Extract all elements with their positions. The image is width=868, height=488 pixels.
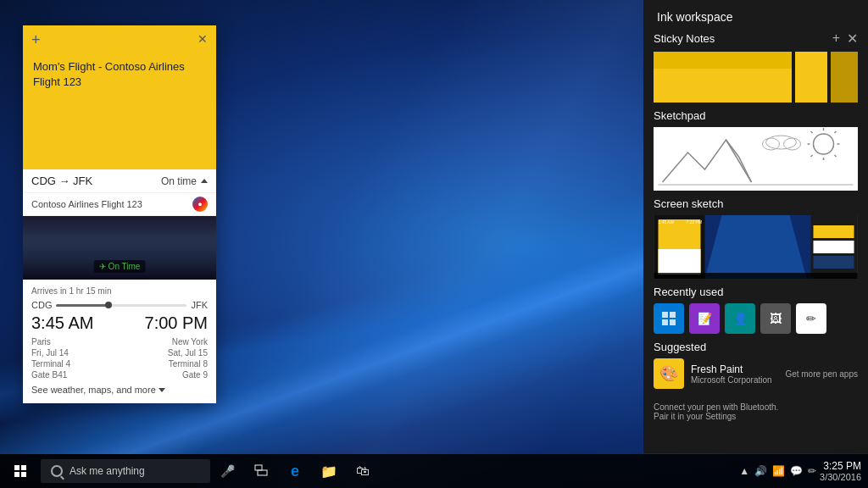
recently-used-header: Recently used	[654, 286, 858, 298]
progress-fill	[56, 304, 108, 307]
recent-app-3[interactable]: 👤	[725, 303, 755, 334]
sticky-note-main[interactable]	[654, 52, 792, 103]
suggested-label: Suggested	[654, 341, 706, 353]
cortana-mic-button[interactable]: 🎤	[210, 454, 244, 488]
svg-rect-16	[659, 249, 701, 274]
action-center-icon[interactable]: 💬	[790, 465, 803, 477]
svg-line-6	[811, 155, 813, 157]
svg-point-11	[763, 138, 780, 150]
mic-icon: 🎤	[220, 464, 235, 478]
screen-sketch-svg: 1:45 AM 7:22 PM	[654, 215, 858, 279]
screen-sketch-section: Screen sketch 1:45 AM 7	[643, 197, 868, 286]
sticky-notes-close-btn[interactable]: ✕	[847, 30, 858, 47]
svg-rect-29	[255, 465, 262, 470]
start-button[interactable]	[0, 454, 41, 488]
recently-used-icons: 📝 👤 🖼 ✏	[654, 303, 858, 334]
add-button[interactable]: +	[31, 32, 41, 47]
to-code: JFK	[191, 300, 208, 310]
chevron-tray-icon[interactable]: ▲	[739, 465, 749, 477]
screen-sketch-preview[interactable]: 1:45 AM 7:22 PM	[654, 215, 858, 279]
recent-app-2[interactable]: 📝	[689, 303, 720, 334]
cortana-logo: ●	[192, 197, 208, 212]
recent-app-1[interactable]	[654, 303, 684, 334]
status-label: On time	[161, 175, 197, 187]
sketchpad-header: Sketchpad	[654, 109, 858, 122]
start-sq-3	[14, 472, 19, 477]
sketchpad-label: Sketchpad	[654, 109, 705, 122]
on-time-badge: ✈ On Time	[94, 260, 146, 273]
svg-rect-26	[670, 312, 676, 318]
screen-sketch-label: Screen sketch	[654, 197, 723, 210]
svg-line-4	[835, 155, 837, 157]
volume-icon[interactable]: 🔊	[754, 465, 767, 477]
taskbar: Ask me anything 🎤 e 📁 🛍 ▲ 🔊 📶 💬 ✏	[0, 454, 868, 488]
edge-browser-button[interactable]: e	[278, 454, 312, 488]
close-button[interactable]: ✕	[198, 32, 208, 46]
search-icon	[51, 465, 63, 477]
svg-rect-27	[662, 319, 668, 325]
sticky-notes-add-btn[interactable]: +	[832, 30, 840, 47]
edge-icon: e	[291, 463, 299, 480]
task-view-button[interactable]	[244, 454, 278, 488]
progress-bar	[56, 304, 186, 307]
gate-info: Gate B41 Gate 9	[31, 370, 208, 380]
clock[interactable]: 3:25 PM 3/30/2016	[820, 460, 861, 482]
sticky-notes-header: Sticky Notes + ✕	[654, 30, 858, 47]
svg-rect-20	[814, 241, 854, 253]
suggested-app-icon[interactable]: 🎨	[654, 358, 684, 389]
task-view-svg	[254, 463, 268, 477]
pen-icon[interactable]: ✏	[808, 465, 816, 477]
svg-marker-17	[705, 215, 807, 279]
clock-time: 3:25 PM	[820, 460, 861, 472]
sketchpad-section: Sketchpad	[643, 109, 868, 197]
suggested-app-company: Microsoft Corporation	[691, 375, 778, 385]
svg-text:1:45 AM: 1:45 AM	[659, 219, 674, 225]
suggested-app-name: Fresh Paint	[691, 363, 778, 375]
start-sq-4	[21, 472, 26, 477]
flight-card: + ✕ Mom's Flight - Contoso Airlines Flig…	[23, 25, 216, 403]
chevron-down-icon	[159, 388, 165, 392]
sketch-svg	[654, 127, 858, 191]
svg-rect-30	[258, 470, 267, 475]
suggested-header: Suggested	[654, 341, 858, 353]
network-icon[interactable]: 📶	[772, 465, 785, 477]
city-silhouette	[23, 237, 216, 280]
arrives-text: Arrives in 1 hr 15 min	[31, 286, 208, 296]
sketchpad-preview[interactable]	[654, 127, 858, 191]
flight-title-line1: Mom's Flight - Contoso Airlines	[33, 59, 206, 75]
sticky-note-small-1[interactable]	[795, 52, 827, 103]
start-sq-1	[14, 465, 19, 470]
suggested-item: 🎨 Fresh Paint Microsoft Corporation Get …	[654, 358, 858, 389]
sticky-note-small-2[interactable]	[831, 52, 858, 103]
cortana-search[interactable]: Ask me anything	[41, 459, 210, 483]
on-time-badge-text: On Time	[108, 262, 141, 271]
terminal-to: Terminal 8	[169, 359, 208, 369]
recent-app-4[interactable]: 🖼	[760, 303, 791, 334]
sticky-notes-label: Sticky Notes	[654, 32, 715, 45]
file-explorer-button[interactable]: 📁	[312, 454, 346, 488]
route-text: CDG → JFK	[31, 175, 92, 187]
progress-dot	[105, 302, 112, 308]
arrive-time: 7:00 PM	[145, 313, 208, 333]
store-button[interactable]: 🛍	[346, 454, 380, 488]
suggested-action-text[interactable]: Get more pen apps	[785, 369, 858, 379]
system-tray: ▲ 🔊 📶 💬 ✏ 3:25 PM 3/30/2016	[739, 460, 868, 482]
screen-sketch-header: Screen sketch	[654, 197, 858, 210]
flight-details: Arrives in 1 hr 15 min CDG JFK 3:45 AM 7…	[23, 280, 216, 403]
start-icon	[14, 465, 26, 477]
task-view-icon	[254, 463, 268, 480]
recent-app-5[interactable]: ✏	[796, 303, 826, 334]
suggested-section: Suggested 🎨 Fresh Paint Microsoft Corpor…	[643, 341, 868, 396]
tray-icons: ▲ 🔊 📶 💬 ✏	[739, 465, 816, 477]
plane-icon: ✈	[99, 262, 106, 271]
start-sq-2	[21, 465, 26, 470]
times-row: 3:45 AM 7:00 PM	[31, 313, 208, 333]
date-info: Fri, Jul 14 Sat, Jul 15	[31, 348, 208, 358]
recently-used-section: Recently used 📝 👤 🖼 ✏	[643, 286, 868, 341]
flight-title: Mom's Flight - Contoso Airlines Flight 1…	[33, 59, 206, 90]
svg-rect-21	[814, 256, 854, 269]
see-more-link[interactable]: See weather, maps, and more	[31, 385, 208, 395]
flight-route-bar: CDG → JFK On time	[23, 169, 216, 193]
sticky-notes-section: Sticky Notes + ✕	[643, 30, 868, 109]
progress-row: CDG JFK	[31, 300, 208, 310]
